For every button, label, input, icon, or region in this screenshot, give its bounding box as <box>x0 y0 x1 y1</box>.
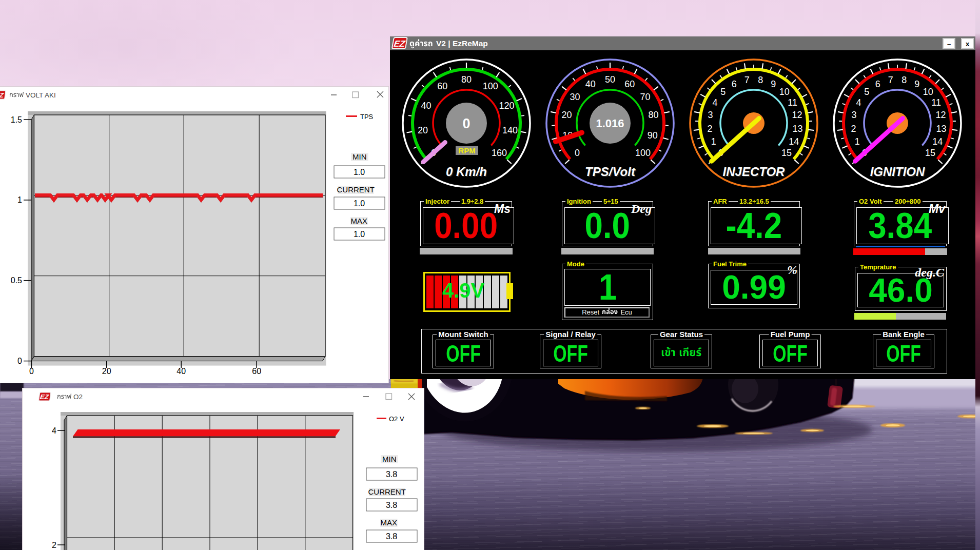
svg-text:MIN: MIN <box>352 152 367 161</box>
svg-text:5: 5 <box>864 87 869 97</box>
svg-text:1: 1 <box>17 195 22 204</box>
svg-text:100: 100 <box>483 81 498 91</box>
svg-text:1: 1 <box>855 136 860 147</box>
svg-text:1.5: 1.5 <box>11 115 22 124</box>
svg-text:140: 140 <box>502 125 518 135</box>
svg-text:2: 2 <box>851 124 856 134</box>
svg-text:INJECTOR: INJECTOR <box>723 165 786 179</box>
svg-text:8: 8 <box>758 75 763 85</box>
svg-text:120: 120 <box>499 101 515 111</box>
svg-text:CURRENT: CURRENT <box>337 185 375 194</box>
svg-text:CURRENT: CURRENT <box>368 487 406 496</box>
svg-text:6: 6 <box>732 79 737 89</box>
svg-text:15: 15 <box>925 148 935 158</box>
svg-text:60: 60 <box>624 79 635 89</box>
svg-text:60: 60 <box>252 367 261 376</box>
svg-text:1: 1 <box>711 136 716 147</box>
svg-text:9: 9 <box>914 79 919 89</box>
svg-text:100: 100 <box>635 148 651 158</box>
svg-text:30: 30 <box>570 92 580 102</box>
svg-text:0.5: 0.5 <box>11 276 22 285</box>
svg-text:12: 12 <box>935 110 946 120</box>
svg-text:x: x <box>966 40 970 48</box>
svg-text:3: 3 <box>708 110 713 120</box>
svg-text:13: 13 <box>936 124 946 134</box>
svg-text:90: 90 <box>648 130 658 141</box>
svg-text:1.0: 1.0 <box>354 168 365 176</box>
svg-text:MIN: MIN <box>382 455 397 463</box>
svg-text:7: 7 <box>744 75 750 85</box>
svg-text:0: 0 <box>29 367 34 376</box>
svg-text:70: 70 <box>640 92 650 102</box>
svg-text:–: – <box>947 40 951 48</box>
svg-text:2: 2 <box>52 541 56 549</box>
svg-text:40: 40 <box>177 367 186 376</box>
svg-text:3.8: 3.8 <box>386 501 397 509</box>
svg-text:0: 0 <box>462 116 470 131</box>
svg-text:1.0: 1.0 <box>354 230 365 239</box>
svg-text:14: 14 <box>789 136 799 147</box>
svg-text:40: 40 <box>421 101 431 111</box>
svg-text:4: 4 <box>856 97 861 108</box>
svg-text:6: 6 <box>875 79 880 89</box>
svg-text:EZ: EZ <box>40 393 50 401</box>
svg-text:40: 40 <box>585 79 596 89</box>
svg-text:O2 V: O2 V <box>389 415 404 423</box>
svg-text:80: 80 <box>461 74 472 85</box>
svg-text:20: 20 <box>102 367 111 376</box>
svg-text:10: 10 <box>923 87 933 97</box>
svg-text:3.8: 3.8 <box>386 470 397 479</box>
svg-text:1.0: 1.0 <box>354 199 365 208</box>
svg-text:5: 5 <box>720 87 726 97</box>
svg-text:0 Km/h: 0 Km/h <box>446 165 487 179</box>
svg-text:80: 80 <box>648 110 658 120</box>
svg-text:VOLT AKI: VOLT AKI <box>26 91 56 99</box>
svg-text:O2: O2 <box>73 393 83 401</box>
svg-text:0: 0 <box>575 148 580 158</box>
svg-text:9: 9 <box>771 79 776 89</box>
svg-text:3: 3 <box>851 110 856 120</box>
svg-text:15: 15 <box>781 148 792 158</box>
svg-text:1.016: 1.016 <box>596 117 624 130</box>
svg-text:7: 7 <box>888 75 893 85</box>
svg-text:11: 11 <box>931 97 941 108</box>
svg-text:50: 50 <box>605 74 615 85</box>
svg-text:0: 0 <box>17 357 22 365</box>
svg-text:10: 10 <box>779 87 790 97</box>
svg-text:4: 4 <box>712 97 717 108</box>
svg-text:IGNITION: IGNITION <box>870 165 925 179</box>
svg-text:MAX: MAX <box>351 217 368 225</box>
svg-text:TPS/Volt: TPS/Volt <box>585 165 636 179</box>
svg-text:TPS: TPS <box>360 113 374 121</box>
svg-text:20: 20 <box>561 110 572 120</box>
svg-text:11: 11 <box>788 97 797 108</box>
svg-text:4: 4 <box>52 426 56 435</box>
svg-text:3.8: 3.8 <box>386 532 397 541</box>
svg-text:EZ: EZ <box>393 38 406 49</box>
svg-text:12: 12 <box>792 110 802 120</box>
svg-text:14: 14 <box>932 136 943 147</box>
svg-text:MAX: MAX <box>381 518 398 527</box>
svg-text:13: 13 <box>792 124 802 134</box>
svg-text:8: 8 <box>901 75 907 85</box>
svg-text:60: 60 <box>437 81 447 91</box>
svg-text:2: 2 <box>708 124 713 134</box>
svg-text:160: 160 <box>492 148 507 158</box>
svg-text:RPM: RPM <box>458 146 475 155</box>
svg-text:20: 20 <box>418 125 428 135</box>
svg-text:V2 | EzReMap: V2 | EzReMap <box>436 39 488 48</box>
